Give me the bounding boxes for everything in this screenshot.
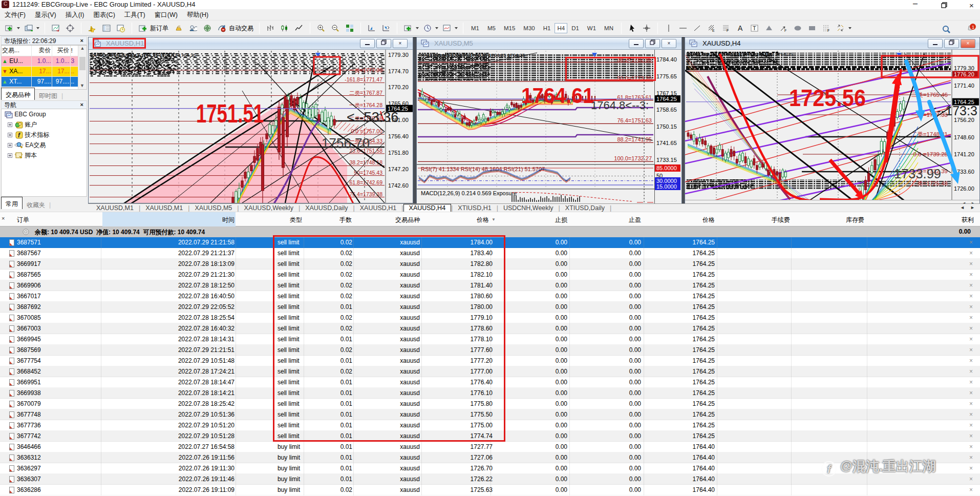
svg-text:1756.40: 1756.40 xyxy=(388,133,409,139)
svg-text:XAUUSD,M5 1764.95 1764.95 1764: XAUUSD,M5 1764.95 1764.95 1764.25 1764.2… xyxy=(421,52,525,58)
svg-text:1774.70: 1774.70 xyxy=(388,68,409,74)
svg-text:1747.20: 1747.20 xyxy=(388,166,409,172)
svg-text:1733.99: 1733.99 xyxy=(894,166,941,181)
svg-text:1741.65: 1741.65 xyxy=(656,140,677,146)
svg-text:E: E xyxy=(712,29,715,32)
svg-text:50=1745.43: 50=1745.43 xyxy=(354,170,382,176)
svg-text:1779.30: 1779.30 xyxy=(954,65,974,71)
svg-text:1733.15: 1733.15 xyxy=(656,157,677,163)
svg-text:一类=1764.28: 一类=1764.28 xyxy=(349,102,382,108)
svg-text:1748.60: 1748.60 xyxy=(954,134,974,140)
svg-text:1725.56: 1725.56 xyxy=(789,85,866,111)
svg-text:1784.40: 1784.40 xyxy=(656,56,677,63)
svg-text:1764.25: 1764.25 xyxy=(656,96,677,102)
svg-text:85.0000: 85.0000 xyxy=(656,165,677,171)
svg-text:<--53:36: <--53:36 xyxy=(347,110,398,125)
svg-text:15.0000: 15.0000 xyxy=(656,183,677,190)
svg-text:1741.20: 1741.20 xyxy=(954,151,974,157)
svg-text:一类=1777.30: 一类=1777.30 xyxy=(349,67,382,73)
svg-text:88.2=1741.95: 88.2=1741.95 xyxy=(617,136,652,142)
svg-text:RSI(7) 41.1334 RSI(14) 48.160: RSI(7) 41.1334 RSI(14) 48.1604 RSI(21) 5… xyxy=(421,166,545,172)
svg-text:0.0 =1757.00: 0.0 =1757.00 xyxy=(351,128,382,134)
svg-text:1764.61: 1764.61 xyxy=(521,84,594,108)
svg-text:-161.8=1771.47: -161.8=1771.47 xyxy=(345,76,382,82)
svg-text:1751.80: 1751.80 xyxy=(388,150,409,156)
svg-text:A: A xyxy=(738,24,743,32)
svg-text:F: F xyxy=(827,29,829,32)
svg-text:1756.70: 1756.70 xyxy=(322,135,370,151)
svg-text:76.4=1751.63: 76.4=1751.63 xyxy=(617,117,652,123)
svg-text:1726.00: 1726.00 xyxy=(954,185,974,192)
svg-text:1: 1 xyxy=(972,25,974,30)
svg-text:T: T xyxy=(753,25,756,31)
svg-text:F: F xyxy=(727,29,729,32)
svg-text:二类=1767.87: 二类=1767.87 xyxy=(349,90,382,96)
svg-text:100.0=1732.27: 100.0=1732.27 xyxy=(614,155,652,161)
svg-text:MACD(12,26,9) 0.214 0.569 Exp: MACD(12,26,9) 0.214 0.569 Exposure xyxy=(421,190,517,196)
svg-text:1751.51: 1751.51 xyxy=(196,99,264,128)
svg-text:1742.60: 1742.60 xyxy=(388,182,409,189)
svg-text:XAUUSD,H4 1766.52 1766.52 1763: XAUUSD,H4 1766.52 1766.52 1763.42 1764.2… xyxy=(689,51,793,57)
svg-text:1758.65: 1758.65 xyxy=(656,107,677,113)
svg-text:1770.20: 1770.20 xyxy=(388,84,409,90)
svg-text:1764.8<--3:: 1764.8<--3: xyxy=(591,99,649,112)
svg-text:1756.20: 1756.20 xyxy=(954,117,974,123)
svg-text:1771.40: 1771.40 xyxy=(954,82,974,89)
svg-text:1779.30: 1779.30 xyxy=(388,52,409,58)
svg-text:1750.15: 1750.15 xyxy=(656,123,677,130)
svg-text:1775.65: 1775.65 xyxy=(656,73,677,79)
svg-text:F: F xyxy=(784,29,786,32)
